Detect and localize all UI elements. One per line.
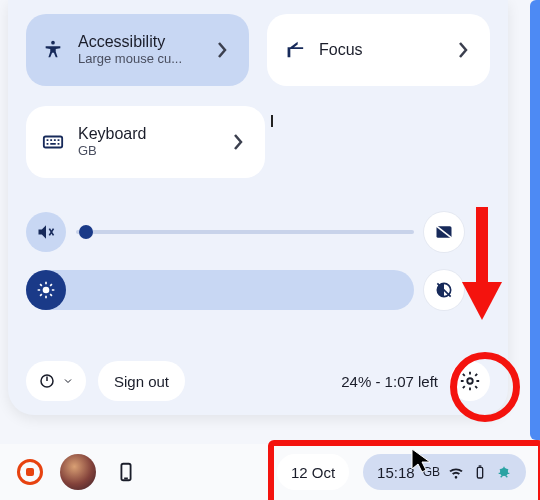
svg-rect-1 (44, 136, 62, 147)
quick-settings-panel: Accessibility Large mouse cu... Focus (8, 0, 508, 415)
chevron-right-icon[interactable] (227, 133, 249, 151)
settings-button[interactable] (450, 361, 490, 401)
tile-subtitle: GB (78, 144, 147, 159)
tile-title: Accessibility (78, 33, 182, 51)
focus-icon (283, 39, 305, 61)
chevron-right-icon[interactable] (211, 41, 233, 59)
power-button[interactable] (26, 361, 86, 401)
volume-mute-icon[interactable] (26, 212, 66, 252)
night-light-button[interactable] (424, 270, 464, 310)
window-edge (530, 0, 540, 440)
signout-label: Sign out (114, 373, 169, 390)
screen-record-icon[interactable] (14, 456, 46, 488)
svg-point-0 (51, 41, 55, 45)
tile-subtitle: Large mouse cu... (78, 52, 182, 67)
panel-footer: Sign out 24% - 1:07 left (26, 361, 490, 401)
stray-caret (271, 115, 273, 127)
tile-focus[interactable]: Focus (267, 14, 490, 86)
date-chip[interactable]: 12 Oct (277, 454, 349, 490)
battery-icon (472, 464, 488, 480)
battery-status[interactable]: 24% - 1:07 left (341, 373, 438, 390)
signout-button[interactable]: Sign out (98, 361, 185, 401)
tile-accessibility[interactable]: Accessibility Large mouse cu... (26, 14, 249, 86)
tile-row-1: Accessibility Large mouse cu... Focus (26, 14, 490, 86)
chevron-right-icon[interactable] (452, 41, 474, 59)
keyboard-icon (42, 131, 64, 153)
shelf: 12 Oct 15:18 GB (0, 444, 540, 500)
accessibility-icon (42, 39, 64, 61)
svg-point-3 (43, 287, 50, 294)
status-tray[interactable]: 15:18 GB (363, 454, 526, 490)
date-text: 12 Oct (291, 464, 335, 481)
chevron-right-icon[interactable] (474, 225, 490, 239)
lang-indicator: GB (423, 465, 440, 479)
chevron-right-icon[interactable] (474, 283, 490, 297)
phone-hub-icon[interactable] (110, 456, 142, 488)
tile-title: Keyboard (78, 125, 147, 143)
svg-rect-8 (477, 467, 482, 478)
bug-icon (496, 464, 512, 480)
brightness-slider[interactable] (26, 270, 414, 310)
tile-row-2: Keyboard GB (26, 106, 490, 178)
avatar[interactable] (60, 454, 96, 490)
brightness-icon[interactable] (26, 270, 66, 310)
time-text: 15:18 (377, 464, 415, 481)
tile-title: Focus (319, 41, 363, 59)
volume-row (26, 212, 490, 252)
audio-settings-button[interactable] (424, 212, 464, 252)
brightness-row (26, 270, 490, 310)
volume-thumb[interactable] (79, 225, 93, 239)
tile-keyboard[interactable]: Keyboard GB (26, 106, 265, 178)
svg-point-6 (467, 378, 473, 384)
volume-slider[interactable] (76, 230, 414, 234)
wifi-icon (448, 464, 464, 480)
